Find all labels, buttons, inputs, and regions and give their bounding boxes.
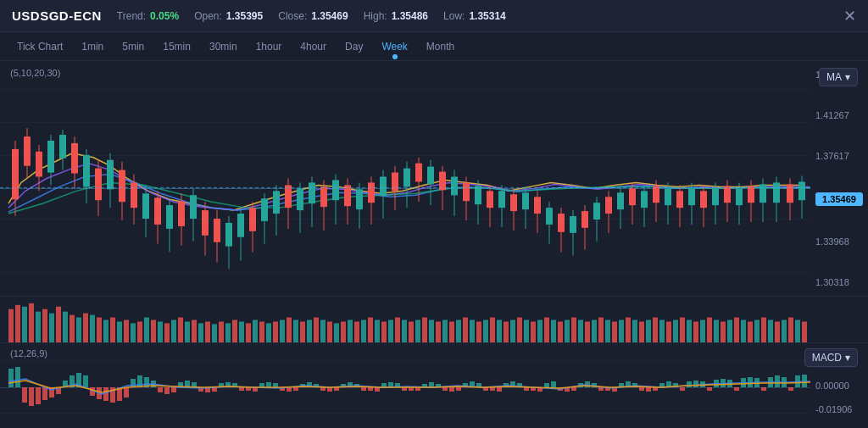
- ma-dropdown-chevron-icon: ▾: [845, 71, 850, 83]
- svg-rect-232: [666, 321, 671, 342]
- svg-rect-214: [544, 318, 549, 342]
- svg-rect-172: [259, 321, 264, 342]
- macd-dropdown-chevron-icon: ▾: [845, 352, 850, 364]
- open-value: 1.35395: [226, 10, 263, 22]
- svg-rect-156: [151, 320, 156, 342]
- svg-rect-3: [24, 136, 31, 166]
- svg-rect-249: [782, 320, 787, 342]
- svg-rect-21: [131, 182, 137, 208]
- svg-rect-228: [639, 321, 644, 342]
- svg-rect-213: [537, 320, 542, 342]
- svg-rect-57: [344, 185, 351, 206]
- svg-rect-256: [29, 387, 34, 406]
- svg-rect-206: [490, 318, 495, 342]
- svg-rect-1: [12, 149, 19, 199]
- svg-rect-121: [724, 186, 731, 203]
- svg-rect-150: [110, 318, 115, 342]
- svg-rect-315: [429, 382, 434, 387]
- macd-dropdown-button[interactable]: MACD ▾: [804, 348, 858, 367]
- svg-rect-360: [734, 387, 739, 391]
- svg-rect-45: [273, 191, 280, 214]
- svg-rect-146: [83, 314, 88, 342]
- svg-rect-253: [8, 369, 14, 387]
- tf-1hour[interactable]: 1hour: [248, 37, 291, 56]
- svg-rect-136: [15, 305, 20, 342]
- open-stat: Open: 1.35395: [194, 10, 263, 22]
- svg-rect-275: [158, 387, 163, 392]
- svg-rect-307: [375, 387, 380, 392]
- svg-rect-223: [605, 320, 610, 342]
- svg-rect-113: [676, 191, 683, 208]
- svg-rect-71: [427, 167, 434, 185]
- svg-rect-267: [103, 387, 108, 401]
- svg-rect-155: [144, 318, 149, 342]
- svg-rect-143: [63, 312, 68, 342]
- trend-value: 0.05%: [150, 10, 179, 22]
- svg-rect-158: [164, 323, 170, 342]
- svg-rect-140: [42, 309, 47, 342]
- svg-rect-246: [761, 318, 766, 342]
- svg-rect-192: [395, 318, 400, 342]
- svg-rect-237: [700, 320, 705, 342]
- svg-rect-224: [612, 321, 617, 342]
- chart-container: (5,10,20,30) MA ▾: [0, 61, 868, 428]
- svg-rect-306: [368, 387, 373, 391]
- svg-rect-248: [775, 321, 780, 342]
- tf-month[interactable]: Month: [418, 37, 463, 56]
- svg-rect-203: [470, 320, 475, 342]
- svg-rect-217: [565, 320, 570, 342]
- svg-rect-301: [334, 387, 339, 391]
- svg-rect-19: [119, 170, 125, 203]
- open-label: Open:: [194, 10, 222, 22]
- svg-rect-49: [297, 188, 303, 210]
- svg-rect-243: [741, 320, 746, 342]
- svg-rect-271: [131, 379, 136, 387]
- svg-rect-81: [487, 191, 493, 208]
- svg-rect-125: [748, 186, 754, 203]
- svg-rect-93: [558, 214, 565, 232]
- svg-rect-165: [212, 324, 217, 342]
- tf-30min[interactable]: 30min: [201, 37, 246, 56]
- tf-day[interactable]: Day: [337, 37, 371, 56]
- macd-svg: [0, 343, 810, 428]
- svg-rect-240: [721, 321, 726, 342]
- svg-rect-184: [341, 321, 346, 342]
- svg-rect-115: [688, 188, 695, 205]
- svg-rect-174: [273, 321, 278, 342]
- svg-rect-97: [581, 211, 588, 228]
- svg-rect-230: [653, 318, 658, 342]
- tf-1min[interactable]: 1min: [73, 37, 112, 56]
- svg-rect-69: [415, 164, 422, 182]
- svg-rect-194: [409, 321, 414, 342]
- svg-rect-131: [787, 184, 793, 203]
- tf-week[interactable]: Week: [373, 37, 415, 56]
- svg-rect-7: [47, 141, 54, 173]
- tf-4hour[interactable]: 4hour: [292, 37, 335, 56]
- close-button[interactable]: ✕: [843, 8, 856, 24]
- svg-rect-277: [171, 387, 176, 392]
- svg-rect-211: [524, 320, 529, 342]
- ma-dropdown-button[interactable]: MA ▾: [819, 68, 858, 86]
- svg-rect-171: [253, 320, 258, 342]
- tf-15min[interactable]: 15min: [154, 37, 199, 56]
- svg-rect-239: [714, 320, 719, 342]
- tf-5min[interactable]: 5min: [114, 37, 153, 56]
- svg-rect-212: [531, 321, 536, 342]
- svg-rect-179: [307, 320, 312, 342]
- svg-rect-346: [639, 387, 644, 391]
- main-chart: (5,10,20,30) MA ▾: [0, 61, 868, 297]
- svg-rect-250: [788, 318, 793, 342]
- svg-rect-270: [124, 387, 129, 397]
- svg-rect-227: [632, 320, 637, 342]
- tf-tick-chart[interactable]: Tick Chart: [8, 37, 71, 56]
- svg-rect-210: [517, 318, 522, 342]
- svg-rect-332: [544, 383, 549, 387]
- low-value: 1.35314: [469, 10, 505, 22]
- svg-rect-160: [178, 318, 183, 342]
- svg-rect-39: [237, 214, 244, 237]
- svg-rect-141: [49, 314, 54, 342]
- svg-rect-182: [327, 321, 332, 342]
- svg-rect-5: [36, 152, 42, 177]
- svg-rect-264: [83, 375, 88, 387]
- macd-chart: (12,26,9) MACD ▾: [0, 343, 868, 428]
